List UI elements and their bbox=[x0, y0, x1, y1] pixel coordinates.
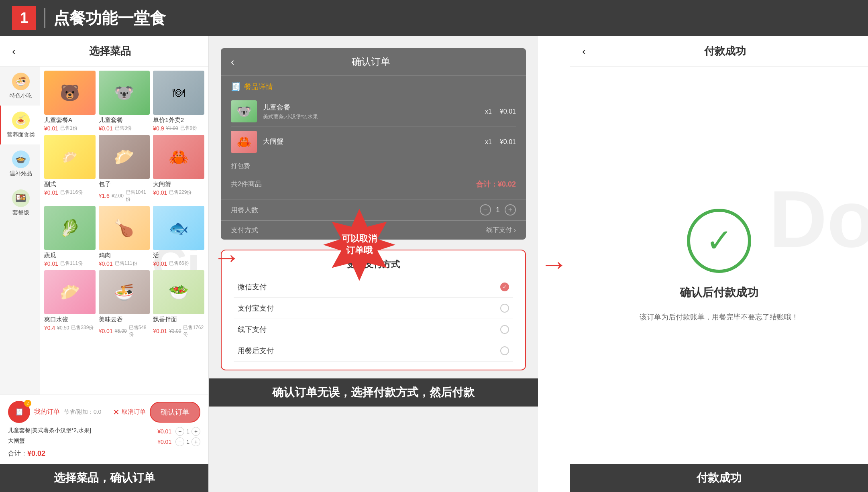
confirm-section-title: 🧾 餐品详情 bbox=[231, 82, 516, 91]
list-item[interactable]: 🐨 儿童套餐 ¥0.01 已售3份 bbox=[99, 71, 150, 132]
diner-increase-button[interactable]: + bbox=[505, 204, 516, 216]
total-label-left: 合计： bbox=[8, 449, 27, 458]
confirm-modal-back-button[interactable]: ‹ bbox=[231, 56, 234, 68]
callout-text: 可以取消订单哦 bbox=[342, 233, 377, 256]
food-sold: 已售1762份 bbox=[183, 324, 204, 338]
diner-decrease-button[interactable]: − bbox=[480, 204, 491, 216]
middle-panel: → ‹ 确认订单 🧾 餐品详情 🐨 儿童套餐 美式薯条,小汉堡*2,水果 bbox=[209, 36, 538, 492]
food-name: 飘香拌面 bbox=[153, 316, 204, 323]
diner-label: 用餐人数 bbox=[231, 205, 258, 215]
payment-option-after-meal[interactable]: 用餐后支付 bbox=[234, 340, 513, 362]
qty-decrease-1[interactable]: − bbox=[175, 427, 184, 436]
list-item[interactable]: 🥟 爽口水饺 ¥0.4 ¥0.50 已售339份 bbox=[44, 270, 96, 338]
food-original-price: ¥3.00 bbox=[169, 328, 181, 334]
food-name: 儿童套餐 bbox=[99, 116, 150, 124]
category-item-snack[interactable]: 🍜 特色小吃 bbox=[0, 67, 40, 106]
packaging-label: 打包费 bbox=[231, 162, 250, 171]
qty-increase-1[interactable]: + bbox=[192, 427, 200, 436]
qty-decrease-2[interactable]: − bbox=[175, 437, 184, 446]
food-price: ¥0.01 bbox=[99, 328, 113, 334]
header-divider bbox=[44, 8, 45, 28]
meal-detail-icon: 🧾 bbox=[231, 82, 241, 91]
food-price-row: ¥0.01 已售66份 bbox=[153, 260, 204, 267]
left-bottom-label: 选择菜品，确认订单 bbox=[0, 464, 208, 492]
food-original-price: ¥5.00 bbox=[115, 328, 127, 334]
left-arrow-container: → bbox=[213, 241, 241, 273]
category-item-set[interactable]: 🍱 套餐饭 bbox=[0, 183, 40, 222]
diner-count: 1 bbox=[496, 206, 500, 214]
total-row: 共2件商品 合计：¥0.02 bbox=[231, 175, 516, 193]
list-item[interactable]: 🥬 蔬瓜 ¥0.01 已售111份 bbox=[44, 206, 96, 267]
payment-option-offline[interactable]: 线下支付 bbox=[234, 319, 513, 340]
order-info: 我的订单 节省/附加：0.0 bbox=[34, 408, 105, 416]
food-image: 🐨 bbox=[99, 71, 150, 115]
order-line-desc-1: 美式薯条,小汉堡*2,水果 bbox=[263, 113, 477, 120]
list-item[interactable]: 🍽 单价1外卖2 ¥0.9 ¥1.00 已售9份 bbox=[153, 71, 204, 132]
list-item[interactable]: 🐻 儿童套餐A ¥0.01 已售1份 bbox=[44, 71, 96, 132]
order-item-row: 大闸蟹 ¥0.01 − 1 + bbox=[8, 437, 200, 446]
list-item[interactable]: 🥗 飘香拌面 ¥0.01 ¥3.00 已售1762份 bbox=[153, 270, 204, 338]
food-layout: 🍜 特色小吃 🍝 营养面食类 🍲 温补炖品 🍱 套餐饭 bbox=[0, 67, 208, 394]
order-item-1-qty-control: − 1 + bbox=[175, 427, 200, 436]
order-badge: 2 bbox=[24, 400, 31, 407]
packaging-row: 打包费 bbox=[231, 157, 516, 175]
food-name: 大闸蟹 bbox=[153, 181, 204, 188]
food-price: ¥0.01 bbox=[99, 260, 113, 267]
right-back-button[interactable]: ‹ bbox=[582, 45, 586, 58]
order-line-qty-2: x1 bbox=[485, 138, 492, 146]
list-item[interactable]: 🍜 美味云吞 ¥0.01 ¥5.00 已售548份 bbox=[99, 270, 150, 338]
food-price-row: ¥0.01 已售116份 bbox=[44, 189, 96, 196]
payment-method[interactable]: 线下支付 › bbox=[486, 226, 516, 234]
list-item[interactable]: 🥟 副式 ¥0.01 已售116份 bbox=[44, 135, 96, 203]
food-sold: 已售66份 bbox=[169, 260, 189, 267]
category-icon-soup: 🍲 bbox=[12, 150, 30, 168]
right-panel-header: ‹ 付款成功 bbox=[570, 36, 868, 67]
list-item[interactable]: 🐟 活 ¥0.01 已售66份 bbox=[153, 206, 204, 267]
order-label-row: 我的订单 节省/附加：0.0 bbox=[34, 408, 105, 416]
cancel-order-button[interactable]: ✕ 取消订单 bbox=[113, 407, 146, 417]
payment-option-alipay[interactable]: 支付宝支付 bbox=[234, 298, 513, 319]
category-icon-snack: 🍜 bbox=[12, 73, 30, 90]
list-item[interactable]: 🥟 包子 ¥1.6 ¥2.00 已售1041份 bbox=[99, 135, 150, 203]
payment-arrow-icon: › bbox=[514, 227, 516, 234]
list-item[interactable]: 🍗 鸡肉 ¥0.01 已售111份 bbox=[99, 206, 150, 267]
order-icon[interactable]: 🧾 2 bbox=[8, 401, 30, 423]
food-price: ¥0.4 bbox=[44, 325, 55, 331]
confirm-order-button[interactable]: 确认订单 bbox=[150, 402, 200, 423]
food-price: ¥0.01 bbox=[153, 260, 167, 267]
payment-popup: 更换支付方式 微信支付 支付宝支付 线下支付 用餐后支付 bbox=[221, 250, 526, 370]
right-bottom-label: 付款成功 bbox=[570, 464, 868, 492]
payment-label: 支付方式 bbox=[231, 226, 258, 235]
category-icon-set: 🍱 bbox=[12, 189, 30, 207]
payment-option-wechat[interactable]: 微信支付 bbox=[234, 276, 513, 298]
food-image: 🥟 bbox=[44, 270, 96, 314]
food-sold: 已售111份 bbox=[115, 260, 137, 267]
payment-option-wechat-name: 微信支付 bbox=[238, 282, 267, 292]
order-line-image-2: 🦀 bbox=[231, 131, 257, 153]
order-items: 儿童套餐[美式薯条小汉堡*2,水果] ¥0.01 − 1 + 大闸蟹 ¥0.01 bbox=[8, 427, 200, 446]
food-sold: 已售229份 bbox=[169, 189, 192, 196]
food-sold: 已售1041份 bbox=[126, 189, 150, 203]
category-item-noodle[interactable]: 🍝 营养面食类 bbox=[0, 106, 40, 144]
left-red-arrow: → bbox=[213, 241, 241, 273]
food-price-row: ¥0.01 ¥5.00 已售548份 bbox=[99, 324, 150, 338]
food-name: 爽口水饺 bbox=[44, 316, 96, 323]
middle-bottom-label-text: 确认订单无误，选择付款方式，然后付款 bbox=[272, 385, 475, 400]
left-back-button[interactable]: ‹ bbox=[12, 45, 16, 58]
total-amount-confirm: 合计：¥0.02 bbox=[476, 179, 516, 189]
right-panel-title: 付款成功 bbox=[594, 44, 856, 58]
list-item[interactable]: 🦀 大闸蟹 ¥0.01 已售229份 bbox=[153, 135, 204, 203]
confirm-meal-section: 🧾 餐品详情 🐨 儿童套餐 美式薯条,小汉堡*2,水果 x1 ¥0.01 🦀 bbox=[221, 76, 526, 199]
food-name: 活 bbox=[153, 252, 204, 259]
food-price: ¥0.01 bbox=[44, 260, 58, 267]
food-original-price: ¥2.00 bbox=[112, 193, 124, 199]
total-amount-value: ¥0.02 bbox=[498, 180, 516, 188]
food-price-row: ¥0.01 已售111份 bbox=[99, 260, 150, 267]
order-item-1-name: 儿童套餐[美式薯条小汉堡*2,水果] bbox=[8, 427, 91, 436]
qty-increase-2[interactable]: + bbox=[192, 437, 200, 446]
food-image: 🍗 bbox=[99, 206, 150, 250]
order-bar: 🧾 2 我的订单 节省/附加：0.0 ✕ 取消订单 确认订单 儿童套餐[美 bbox=[0, 394, 208, 464]
left-panel-header: ‹ 选择菜品 bbox=[0, 36, 208, 67]
category-item-soup[interactable]: 🍲 温补炖品 bbox=[0, 144, 40, 183]
order-line-item-2: 🦀 大闸蟹 x1 ¥0.01 bbox=[231, 127, 516, 157]
